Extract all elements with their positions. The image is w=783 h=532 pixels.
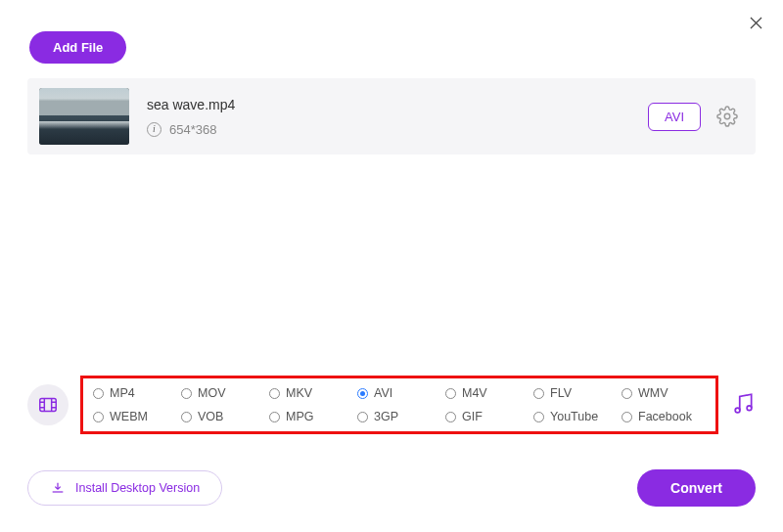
format-option-mkv[interactable]: MKV — [269, 386, 353, 400]
format-option-label: WEBM — [110, 410, 148, 423]
audio-category-icon[interactable] — [730, 391, 756, 420]
svg-point-0 — [724, 113, 730, 119]
add-file-button[interactable]: Add File — [29, 31, 126, 64]
format-option-label: Facebook — [638, 410, 692, 423]
radio-icon — [622, 388, 632, 399]
file-dimensions: 654*368 — [169, 122, 216, 137]
radio-icon — [269, 412, 280, 422]
radio-icon — [93, 412, 104, 422]
format-option-vob[interactable]: VOB — [181, 410, 265, 423]
format-option-label: AVI — [374, 386, 392, 400]
format-option-label: MOV — [198, 386, 225, 400]
format-option-wmv[interactable]: WMV — [622, 386, 706, 400]
format-option-avi[interactable]: AVI — [357, 386, 441, 400]
format-option-label: WMV — [638, 386, 668, 400]
close-icon[interactable] — [747, 14, 765, 32]
gear-icon[interactable] — [716, 106, 738, 127]
format-region: MP4MOVMKVAVIM4VFLVWMVWEBMVOBMPG3GPGIFYou… — [27, 376, 756, 434]
format-option-webm[interactable]: WEBM — [93, 410, 177, 423]
svg-rect-1 — [40, 399, 57, 412]
convert-button[interactable]: Convert — [637, 469, 756, 507]
format-options-box: MP4MOVMKVAVIM4VFLVWMVWEBMVOBMPG3GPGIFYou… — [80, 376, 718, 434]
radio-icon — [357, 388, 368, 399]
radio-icon — [622, 412, 632, 422]
format-option-mov[interactable]: MOV — [181, 386, 265, 400]
format-option-label: FLV — [550, 386, 572, 400]
download-icon — [50, 480, 66, 496]
radio-icon — [357, 412, 368, 422]
format-option-label: 3GP — [374, 410, 398, 423]
format-option-label: MP4 — [110, 386, 135, 400]
footer: Install Desktop Version Convert — [27, 469, 756, 507]
radio-icon — [533, 388, 544, 399]
format-option-label: MPG — [286, 410, 313, 423]
radio-icon — [445, 412, 456, 422]
format-option-flv[interactable]: FLV — [533, 386, 618, 400]
radio-icon — [181, 412, 192, 422]
radio-icon — [445, 388, 456, 399]
format-option-label: MKV — [286, 386, 312, 400]
file-info: sea wave.mp4 i 654*368 — [147, 97, 648, 137]
format-option-gif[interactable]: GIF — [445, 410, 530, 423]
format-option-label: YouTube — [550, 410, 598, 423]
svg-point-2 — [735, 408, 740, 413]
format-option-label: M4V — [462, 386, 487, 400]
format-option-label: GIF — [462, 410, 483, 423]
format-option-yt[interactable]: YouTube — [533, 410, 618, 423]
format-option-fb[interactable]: Facebook — [622, 410, 706, 423]
output-format-button[interactable]: AVI — [648, 103, 701, 131]
format-option-mp4[interactable]: MP4 — [93, 386, 177, 400]
file-thumbnail[interactable] — [39, 88, 129, 145]
format-option-label: VOB — [198, 410, 223, 423]
format-option-m4v[interactable]: M4V — [445, 386, 530, 400]
file-card: sea wave.mp4 i 654*368 AVI — [27, 78, 756, 155]
video-category-icon[interactable] — [27, 384, 69, 425]
info-icon[interactable]: i — [147, 122, 161, 137]
format-option-mpg[interactable]: MPG — [269, 410, 353, 423]
format-option-3gp[interactable]: 3GP — [357, 410, 441, 423]
install-desktop-label: Install Desktop Version — [75, 481, 200, 495]
file-name: sea wave.mp4 — [147, 97, 648, 112]
radio-icon — [181, 388, 192, 399]
svg-point-3 — [747, 405, 752, 410]
install-desktop-button[interactable]: Install Desktop Version — [27, 470, 222, 506]
radio-icon — [269, 388, 280, 399]
radio-icon — [93, 388, 104, 399]
radio-icon — [533, 412, 544, 422]
